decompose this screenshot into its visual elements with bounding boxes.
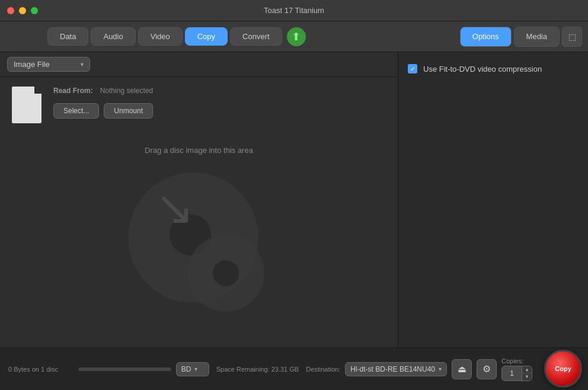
screen-icon: ⬚ — [568, 32, 576, 41]
copy-burn-button[interactable]: Copy — [544, 350, 582, 388]
fit-to-dvd-checkbox[interactable]: ✓ — [408, 64, 417, 73]
copies-stepper: 1 ▲ ▼ — [501, 366, 532, 381]
fit-to-dvd-option: ✓ Use Fit-to-DVD video compression — [408, 64, 579, 73]
content-area: Image File ▾ Read From: Nothing selected… — [0, 52, 588, 347]
fit-to-dvd-label: Use Fit-to-DVD video compression — [423, 65, 542, 73]
destination-dropdown[interactable]: Hl-dt-st BD-RE BE14NU40 ▾ — [345, 362, 447, 376]
source-dropdown-label: Image File — [14, 60, 76, 69]
copies-arrows: ▲ ▼ — [522, 366, 532, 381]
main-tabs: Data Audio Video Copy Convert ⬆ Options … — [0, 21, 588, 52]
destination-value: Hl-dt-st BD-RE BE14NU40 — [350, 365, 435, 373]
format-dropdown[interactable]: BD ▾ — [176, 362, 209, 376]
bottom-right-section: Destination: Hl-dt-st BD-RE BE14NU40 ▾ ⏏… — [306, 357, 580, 381]
tab-data[interactable]: Data — [47, 27, 88, 46]
drag-area: Read From: Nothing selected Select... Un… — [0, 77, 398, 347]
upload-arrow-icon: ⬆ — [292, 31, 301, 42]
left-panel: Image File ▾ Read From: Nothing selected… — [0, 52, 398, 347]
bottom-middle-section: Space Remaining: 23.31 GB — [216, 366, 299, 373]
file-icon-inner — [34, 87, 41, 94]
unmount-button[interactable]: Unmount — [104, 103, 153, 119]
source-dropdown-bar: Image File ▾ — [0, 52, 398, 77]
titlebar: Toast 17 Titanium — [0, 0, 588, 21]
tab-media[interactable]: Media — [514, 27, 560, 47]
upload-button[interactable]: ⬆ — [287, 27, 306, 46]
disc-graphic: ↘ — [122, 167, 276, 321]
eject-icon: ⏏ — [458, 363, 466, 375]
tab-video[interactable]: Video — [138, 27, 183, 46]
copies-increment-button[interactable]: ▲ — [522, 366, 532, 373]
screen-icon-button[interactable]: ⬚ — [562, 27, 582, 47]
bytes-info-text: 0 Bytes on 1 disc — [8, 366, 74, 373]
source-dropdown[interactable]: Image File ▾ — [7, 57, 90, 72]
read-from-row: Read From: Nothing selected — [53, 87, 153, 95]
copies-label: Copies: — [501, 357, 523, 365]
tab-copy[interactable]: Copy — [185, 27, 228, 46]
window-controls — [7, 7, 38, 14]
disc-front-hole — [213, 260, 239, 286]
tab-audio[interactable]: Audio — [91, 27, 135, 46]
tab-convert[interactable]: Convert — [230, 27, 282, 46]
format-label: BD — [181, 365, 191, 373]
drag-hint-text: Drag a disc image into this area — [145, 146, 253, 155]
gear-icon: ⚙ — [482, 363, 491, 375]
destination-dropdown-arrow-icon: ▾ — [439, 366, 442, 372]
window-title: Toast 17 Titanium — [264, 6, 324, 15]
source-dropdown-arrow-icon: ▾ — [81, 61, 84, 68]
maximize-button[interactable] — [31, 7, 38, 14]
format-dropdown-arrow-icon: ▾ — [194, 366, 197, 372]
right-tabs: Options Media ⬚ — [460, 27, 582, 47]
select-button[interactable]: Select... — [53, 103, 99, 119]
nothing-selected-text: Nothing selected — [100, 87, 153, 95]
progress-bar — [78, 367, 171, 371]
right-panel: ✓ Use Fit-to-DVD video compression — [398, 52, 588, 347]
copy-burn-label: Copy — [555, 365, 571, 372]
read-from-label: Read From: — [53, 87, 93, 95]
eject-button[interactable]: ⏏ — [452, 359, 472, 379]
copies-value: 1 — [502, 367, 522, 379]
space-remaining-text: Space Remaining: 23.31 GB — [216, 366, 299, 373]
copies-decrement-button[interactable]: ▼ — [522, 373, 532, 381]
close-button[interactable] — [7, 7, 14, 14]
bottom-bar: 0 Bytes on 1 disc BD ▾ Space Remaining: … — [0, 347, 588, 390]
bottom-left-section: 0 Bytes on 1 disc BD ▾ — [8, 362, 209, 376]
arrow-down-right-icon: ↘ — [155, 184, 194, 232]
file-icon — [12, 87, 45, 127]
file-icon-body — [12, 87, 41, 123]
minimize-button[interactable] — [19, 7, 26, 14]
destination-label: Destination: — [306, 366, 340, 373]
settings-button[interactable]: ⚙ — [477, 359, 497, 379]
action-buttons: Select... Unmount — [53, 103, 153, 119]
copies-group: Copies: 1 ▲ ▼ — [501, 357, 532, 381]
tab-options[interactable]: Options — [460, 27, 512, 47]
drag-hint-area: Drag a disc image into this area ↘ — [12, 128, 386, 338]
checkbox-check-icon: ✓ — [410, 66, 416, 72]
